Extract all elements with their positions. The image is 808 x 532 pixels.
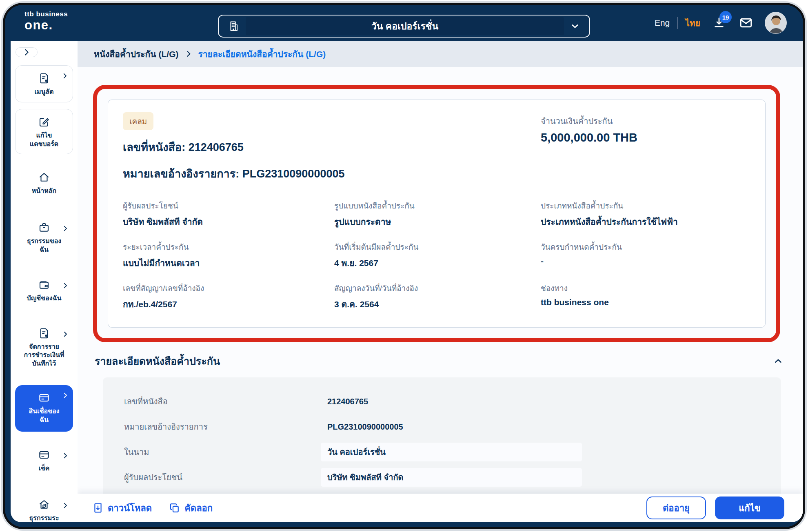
field-value: บริษัท ซิมพลัสที จำกัด [123, 215, 334, 228]
detail-row: หมายเลขอ้างอิงรายการ PLG2310090000005 [124, 414, 781, 439]
copy-link[interactable]: คัดลอก [169, 501, 213, 515]
chevron-right-icon [62, 502, 69, 509]
page-content: เคลม เลขที่หนังสือ: 212406765 หมายเลขอ้า… [78, 67, 803, 494]
breadcrumb-parent[interactable]: หนังสือค้ำประกัน (L/G) [94, 47, 179, 61]
sidebar-item-label: หน้าหลัก [17, 187, 71, 195]
detail-value: 212406765 [321, 392, 582, 411]
detail-row: รูปแบบหนังสือค้ำประกัน รูปแบบกระดาษ [124, 490, 781, 494]
sidebar-item-my-loans[interactable]: สินเชื่อของ ฉัน [15, 385, 73, 432]
home-icon [17, 171, 71, 184]
user-avatar[interactable] [765, 12, 787, 34]
sidebar-item-label: บัญชีของฉัน [17, 294, 71, 303]
chevron-right-icon [62, 392, 69, 399]
detail-label: เลขที่หนังสือ [124, 395, 327, 408]
guarantee-amount-label: จำนวนเงินค้ำประกัน [541, 115, 750, 128]
summary-field: ประเภทหนังสือค้ำประกัน ประเภทหนังสือค้ำป… [541, 200, 750, 228]
breadcrumb-current: รายละเอียดหนังสือค้ำประกัน (L/G) [198, 47, 326, 61]
downloads-button[interactable]: 19 [711, 15, 727, 31]
top-bar: ttb business one. วัน คอเปอร์เรชั่น Eng [5, 5, 803, 41]
guarantee-amount-value: 5,000,000.00 THB [541, 131, 750, 144]
renew-button[interactable]: ต่ออายุ [646, 497, 706, 519]
field-label: เลขที่สัญญา/เลขที่อ้างอิง [123, 282, 334, 294]
sidebar-item-home[interactable]: หน้าหลัก [15, 168, 73, 199]
lg-summary-card: เคลม เลขที่หนังสือ: 212406765 หมายเลขอ้า… [108, 100, 766, 328]
breadcrumb: หนังสือค้ำประกัน (L/G) รายละเอียดหนังสือ… [78, 41, 803, 67]
company-selector-value: วัน คอเปอร์เรชั่น [246, 17, 564, 35]
chevron-down-icon [570, 21, 580, 31]
sidebar-item-label: ธุรกรรมของ ฉัน [17, 237, 71, 254]
details-panel: เลขที่หนังสือ 212406765 หมายเลขอ้างอิงรา… [103, 377, 781, 494]
company-selector[interactable]: วัน คอเปอร์เรชั่น [218, 15, 590, 38]
sidebar-expand-button[interactable] [16, 47, 38, 57]
logo-line2: one. [24, 19, 68, 31]
sidebar-item-edit-dashboard[interactable]: แก้ไข แดชบอร์ด [15, 109, 73, 155]
download-link-label: ดาวน์โหลด [108, 501, 152, 515]
sidebar-item-label: เมนูลัด [18, 88, 70, 96]
field-value: ประเภทหนังสือค้ำประกันการใช้ไฟฟ้า [541, 215, 750, 228]
detail-row: ผู้รับผลประโยชน์ บริษัท ซิมพลัสที จำกัด [124, 465, 781, 490]
edit-button[interactable]: แก้ไข [715, 497, 784, 519]
copy-link-label: คัดลอก [184, 501, 213, 515]
download-document-icon [92, 502, 104, 514]
summary-field: รูปแบบหนังสือค้ำประกัน รูปแบบกระดาษ [334, 200, 541, 228]
sidebar-item-label: สินเชื่อของ ฉัน [18, 407, 71, 424]
field-value: ttb business one [541, 297, 750, 307]
document-number-title: เลขที่หนังสือ: 212406765 [123, 138, 541, 156]
field-label: รูปแบบหนังสือค้ำประกัน [334, 200, 541, 212]
field-value: 3 ต.ค. 2564 [334, 297, 541, 311]
status-badge: เคลม [123, 112, 153, 130]
field-value: 4 พ.ย. 2567 [334, 256, 541, 270]
field-value: แบบไม่มีกำหนดเวลา [123, 256, 334, 270]
language-switcher: Eng ไทย [655, 16, 700, 30]
app-window: ttb business one. วัน คอเปอร์เรชั่น Eng [5, 5, 803, 527]
summary-field: ผู้รับผลประโยชน์ บริษัท ซิมพลัสที จำกัด [123, 200, 334, 228]
summary-field: สัญญาลงวันที่/วันที่อ้างอิง 3 ต.ค. 2564 [334, 282, 541, 311]
logo-line1: ttb business [24, 11, 68, 18]
sidebar-item-my-transactions[interactable]: ธุรกรรมของ ฉัน [15, 218, 73, 257]
summary-field: ช่องทาง ttb business one [541, 282, 750, 311]
details-section-header: รายละเอียดหนังสือค้ำประกัน [95, 353, 784, 369]
sidebar-item-saved-payments[interactable]: จัดการราย การชำระเงินที่ บันทึกไว้ [15, 324, 73, 371]
detail-row: ในนาม วัน คอเปอร์เรชั่น [124, 439, 781, 465]
sidebar-item-label: เช็ค [17, 464, 71, 473]
summary-field: วันที่เริ่มต้นมีผลค้ำประกัน 4 พ.ย. 2567 [334, 241, 541, 270]
field-label: วันครบกำหนดค้ำประกัน [541, 241, 750, 253]
chevron-right-icon [22, 48, 31, 57]
detail-label: ในนาม [124, 446, 327, 459]
field-label: วันที่เริ่มต้นมีผลค้ำประกัน [334, 241, 541, 253]
language-divider [677, 17, 678, 29]
download-link[interactable]: ดาวน์โหลด [92, 501, 152, 515]
sidebar-item-cheque[interactable]: เช็ค [15, 446, 73, 476]
summary-field: วันครบกำหนดค้ำประกัน - [541, 241, 750, 270]
download-count-badge: 19 [719, 11, 732, 23]
sidebar-item-my-accounts[interactable]: บัญชีของฉัน [15, 275, 73, 306]
summary-fields-grid: ผู้รับผลประโยชน์ บริษัท ซิมพลัสที จำกัด … [123, 200, 750, 311]
sidebar: เมนูลัด แก้ไข แดชบอร์ด หน้าหลัก [11, 41, 78, 522]
sidebar-item-shortcut-menu[interactable]: เมนูลัด [15, 65, 73, 102]
detail-label: ผู้รับผลประโยชน์ [124, 471, 327, 484]
field-value: - [541, 256, 750, 266]
sidebar-item-label: จัดการราย การชำระเงินที่ บันทึกไว้ [17, 343, 71, 368]
field-label: สัญญาลงวันที่/วันที่อ้างอิง [334, 282, 541, 294]
top-right-cluster: Eng ไทย 19 [655, 5, 787, 41]
field-value: รูปแบบกระดาษ [334, 215, 541, 228]
detail-label: หมายเลขอ้างอิงรายการ [124, 420, 327, 433]
app-body: เมนูลัด แก้ไข แดชบอร์ด หน้าหลัก [5, 41, 803, 522]
detail-value: PLG2310090000005 [321, 417, 582, 436]
chevron-right-icon [61, 72, 69, 80]
language-eng[interactable]: Eng [655, 18, 670, 28]
language-thai[interactable]: ไทย [685, 16, 700, 30]
sidebar-item-label: แก้ไข แดชบอร์ด [18, 131, 70, 149]
chevron-up-icon[interactable] [773, 356, 784, 366]
detail-value: บริษัท ซิมพลัสที จำกัด [321, 468, 582, 487]
field-label: ประเภทหนังสือค้ำประกัน [541, 200, 750, 212]
summary-field: เลขที่สัญญา/เลขที่อ้างอิง กท./eb.4/2567 [123, 282, 334, 311]
field-value: กท./eb.4/2567 [123, 297, 334, 311]
copy-icon [169, 502, 180, 514]
sidebar-item-international[interactable]: ธุรกรรมระ หว่างประเทศ [15, 495, 73, 522]
detail-row: เลขที่หนังสือ 212406765 [124, 389, 781, 414]
mail-button[interactable] [738, 15, 754, 31]
chevron-right-icon [184, 50, 193, 58]
details-section-title: รายละเอียดหนังสือค้ำประกัน [95, 353, 220, 369]
chevron-right-icon [62, 282, 69, 289]
